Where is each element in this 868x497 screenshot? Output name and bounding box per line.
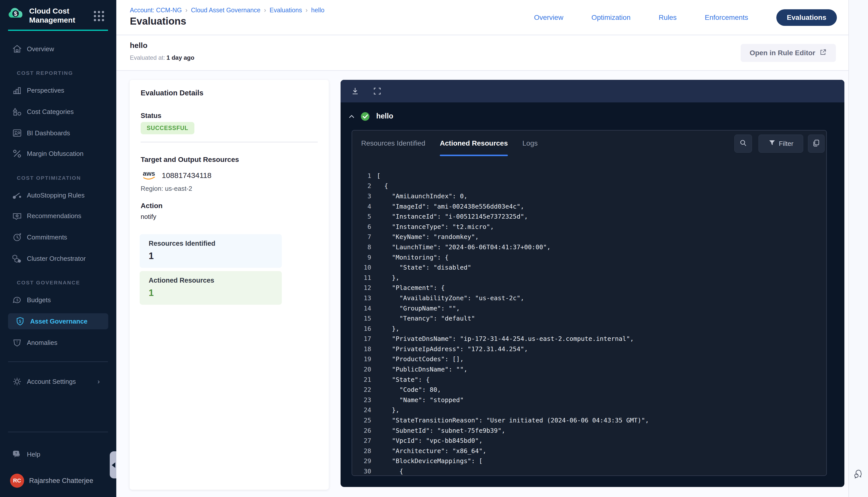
breadcrumb-cloud-asset-governance[interactable]: Cloud Asset Governance — [191, 6, 261, 14]
line-number: 12 — [352, 284, 371, 292]
line-number: 14 — [352, 305, 371, 312]
code-line: 9 "Monitoring": { — [352, 252, 825, 262]
evaluation-row[interactable]: hello — [340, 109, 844, 124]
breadcrumb-evaluations[interactable]: Evaluations — [269, 6, 302, 14]
code-line: 30 { — [352, 466, 825, 477]
sidebar-item-label: Recommendations — [27, 212, 81, 220]
download-icon[interactable] — [351, 87, 360, 97]
sidebar-item-label: Cluster Orchestrator — [27, 255, 86, 262]
hexagons-icon — [11, 253, 23, 264]
sidebar-item-recommendations[interactable]: Recommendations — [0, 208, 116, 224]
module-grid-icon[interactable] — [93, 10, 106, 24]
code-area[interactable]: 1[2 {3 "AmiLaunchIndex": 0,4 "ImageId": … — [352, 171, 825, 477]
tab-actioned-resources[interactable]: Actioned Resources — [440, 130, 508, 156]
line-number: 27 — [352, 437, 371, 444]
sidebar-user[interactable]: RC Rajarshee Chatterjee — [0, 473, 116, 489]
tab-rules[interactable]: Rules — [659, 14, 677, 22]
code-text: [ — [371, 172, 380, 180]
chevron-up-icon[interactable] — [349, 114, 355, 119]
tab-enforcements[interactable]: Enforcements — [705, 14, 748, 22]
search-button[interactable] — [734, 134, 752, 153]
right-gutter — [849, 0, 868, 497]
svg-text:$: $ — [16, 298, 18, 302]
page-title: Evaluations — [130, 16, 186, 27]
line-number: 26 — [352, 427, 371, 434]
code-line: 10 "State": "disabled" — [352, 262, 825, 273]
sidebar-item-cost-categories[interactable]: Cost Categories — [0, 104, 116, 120]
viewer-tabs: Resources Identified Actioned Resources … — [361, 130, 538, 156]
sidebar-item-autostopping-rules[interactable]: AutoStopping Rules — [0, 187, 116, 203]
percent-icon — [11, 148, 23, 159]
app-header: $ Cloud Cost Management — [0, 4, 116, 28]
sidebar-item-label: Anomalies — [27, 339, 57, 347]
code-text: "PublicDnsName": "", — [371, 366, 467, 373]
code-text: "Code": 80, — [371, 386, 441, 393]
line-number: 18 — [352, 345, 371, 353]
feedback-chat-icon[interactable] — [853, 468, 865, 481]
search-icon — [739, 139, 747, 148]
svg-text:!: ! — [17, 340, 17, 344]
sidebar-item-asset-governance[interactable]: $ Asset Governance — [8, 313, 108, 329]
fullscreen-icon[interactable] — [373, 87, 382, 97]
resources-identified-label: Resources Identified — [149, 240, 215, 247]
breadcrumb-hello[interactable]: hello — [311, 6, 324, 14]
sidebar-item-margin-obfuscation[interactable]: Margin Obfuscation — [0, 146, 116, 162]
user-avatar: RC — [10, 474, 24, 488]
sidebar-item-label: Overview — [27, 45, 54, 53]
sidebar-item-account-settings[interactable]: Account Settings › — [0, 373, 116, 389]
sidebar-item-perspectives[interactable]: Perspectives — [0, 82, 116, 98]
copy-icon — [812, 139, 821, 148]
sidebar-divider — [8, 432, 108, 432]
tab-logs[interactable]: Logs — [522, 130, 538, 156]
line-number: 29 — [352, 457, 371, 465]
home-icon — [11, 44, 23, 54]
code-text: "ImageId": "ami-002438e556dd03e4c", — [371, 203, 524, 210]
line-number: 9 — [352, 254, 371, 261]
code-text: "StateTransitionReason": "User initiated… — [371, 417, 649, 424]
code-text: "VpcId": "vpc-bb845bd0", — [371, 437, 482, 444]
sidebar-item-anomalies[interactable]: ! Anomalies — [0, 335, 116, 351]
sidebar-item-budgets[interactable]: $ Budgets — [0, 292, 116, 308]
actioned-resources-box: Actioned Resources 1 — [140, 271, 282, 305]
resources-card: Resources Identified Actioned Resources … — [352, 130, 827, 476]
tab-resources-identified[interactable]: Resources Identified — [361, 130, 425, 156]
code-line: 6 "InstanceType": "t2.micro", — [352, 222, 825, 232]
sidebar-item-commitments[interactable]: Commitments — [0, 229, 116, 245]
tab-optimization[interactable]: Optimization — [591, 14, 631, 22]
sidebar-item-label: Margin Obfuscation — [27, 150, 83, 158]
code-text: "KeyName": "randomkey", — [371, 233, 479, 240]
help-chat-icon: ? — [11, 449, 23, 459]
sidebar-item-help[interactable]: ? Help — [0, 446, 116, 463]
breadcrumb-account[interactable]: Account: CCM-NG — [130, 6, 182, 14]
page-header: Account: CCM-NG › Cloud Asset Governance… — [116, 0, 849, 35]
code-line: 28 "Architecture": "x86_64", — [352, 446, 825, 456]
sidebar-item-bi-dashboards[interactable]: BI Dashboards — [0, 125, 116, 141]
code-text: "Architecture": "x86_64", — [371, 447, 487, 455]
target-account-row: aws 108817434118 — [141, 169, 211, 182]
section-label-cost-reporting: COST REPORTING — [17, 70, 73, 76]
line-number: 15 — [352, 315, 371, 322]
open-in-rule-editor-label: Open in Rule Editor — [750, 49, 815, 57]
code-line: 20 "PublicDnsName": "", — [352, 364, 825, 374]
code-text: { — [371, 468, 403, 475]
module-accent-bar — [8, 30, 108, 31]
line-number: 8 — [352, 243, 371, 251]
sidebar-item-label: Account Settings — [27, 378, 76, 386]
content-area: Evaluation Details Status SUCCESSFUL Tar… — [116, 71, 849, 497]
status-label: Status — [141, 112, 162, 120]
sidebar-item-cluster-orchestrator[interactable]: Cluster Orchestrator — [0, 251, 116, 267]
code-text: "Monitoring": { — [371, 254, 449, 261]
line-number: 1 — [352, 172, 371, 180]
tab-overview[interactable]: Overview — [534, 14, 563, 22]
resources-identified-box: Resources Identified 1 — [140, 234, 282, 268]
sidebar-item-overview[interactable]: Overview — [0, 41, 116, 57]
copy-button[interactable] — [808, 134, 825, 153]
governance-tabs: Overview Optimization Rules Enforcements… — [534, 0, 837, 35]
filter-button[interactable]: Filter — [758, 134, 803, 153]
line-number: 7 — [352, 233, 371, 240]
tab-evaluations-active[interactable]: Evaluations — [776, 9, 837, 26]
code-line: 5 "InstanceId": "i-00512145e7372325d", — [352, 211, 825, 222]
code-line: 13 "AvailabilityZone": "us-east-2c", — [352, 293, 825, 303]
filter-label: Filter — [779, 140, 794, 147]
open-in-rule-editor-button[interactable]: Open in Rule Editor — [741, 44, 836, 62]
